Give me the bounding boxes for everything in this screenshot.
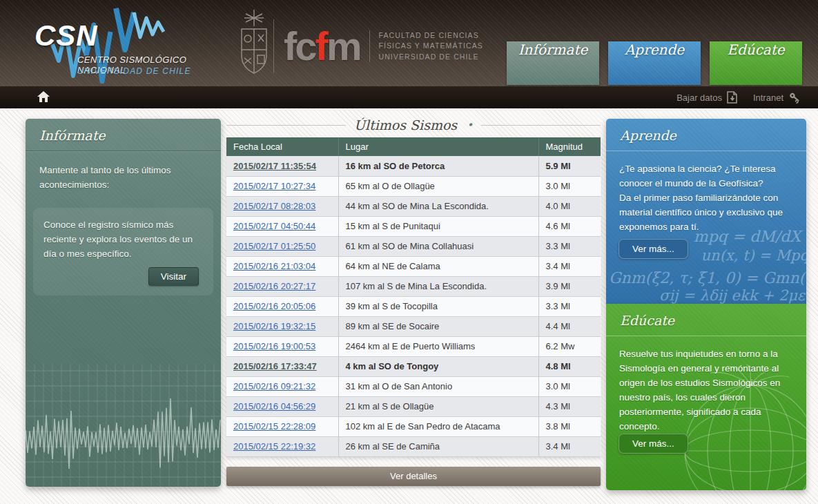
sismo-lugar: 107 km al S de Mina La Escondida. (338, 276, 538, 296)
sismo-magnitud: 3.8 Ml (538, 416, 601, 436)
panel-informate-card-text: Conoce el registro sísmico más reciente … (43, 220, 193, 259)
sismo-magnitud: 4.0 Ml (538, 196, 601, 216)
panel-informate-intro: Mantente al tanto de los últimos acontec… (26, 151, 221, 197)
sismo-fecha-link[interactable]: 2015/02/17 11:35:54 (233, 161, 316, 171)
column-header-magnitud: Magnitud (538, 137, 601, 156)
sismo-magnitud: 3.0 Ml (538, 376, 601, 396)
sismo-lugar: 44 km al SO de Mina La Escondida. (338, 196, 538, 216)
panel-aprende-title: Aprende (606, 119, 806, 151)
sismo-lugar: 65 km al O de Ollagüe (338, 176, 538, 196)
panel-aprende-body: ¿Te apasiona la ciencia? ¿Te interesa co… (606, 151, 806, 235)
seismograph-graphic (26, 364, 221, 487)
sismo-lugar: 2464 km al E de Puerto Williams (338, 336, 538, 356)
sismo-fecha-link[interactable]: 2015/02/16 09:21:32 (233, 381, 315, 391)
university-crest-icon (236, 8, 272, 77)
sismos-table-header-row: Fecha Local Lugar Magnitud (226, 137, 601, 156)
intranet-label: Intranet (753, 93, 783, 103)
sismo-fecha-link[interactable]: 2015/02/16 20:05:06 (233, 301, 315, 311)
sismo-magnitud: 3.4 Ml (538, 256, 601, 276)
home-icon[interactable] (37, 91, 50, 103)
title-rule-left (226, 125, 346, 126)
panel-informate-card: Conoce el registro sísmico más reciente … (33, 208, 213, 295)
sismo-magnitud: 4.6 Ml (538, 216, 601, 236)
sismo-fecha-link[interactable]: 2015/02/16 04:56:29 (233, 401, 315, 411)
bajar-datos-label: Bajar datos (676, 93, 722, 103)
page-title: Últimos Sismos (354, 117, 457, 133)
sismo-magnitud: 3.0 Ml (538, 176, 601, 196)
sismo-row: 2015/02/17 04:50:4415 km al S de Punitaq… (226, 216, 601, 236)
nav-bar: Bajar datos Intranet (0, 86, 818, 108)
sismo-fecha-link[interactable]: 2015/02/16 17:33:47 (233, 361, 317, 371)
sismo-row: 2015/02/16 09:21:3231 km al O de San Ant… (226, 376, 601, 396)
sismo-lugar: 4 km al SO de Tongoy (338, 356, 538, 376)
nav-link-bajar-datos[interactable]: Bajar datos (676, 91, 738, 104)
sismo-magnitud: 3.3 Ml (538, 236, 601, 256)
fcfm-wordmark: fcfm (284, 26, 360, 66)
aprende-ver-mas-button[interactable]: Ver más... (619, 239, 688, 259)
header-button-informate[interactable]: Infórmate (507, 41, 599, 85)
sismo-row: 2015/02/17 08:28:0344 km al SO de Mina L… (226, 196, 601, 216)
sismo-fecha-link[interactable]: 2015/02/16 20:27:17 (233, 281, 315, 291)
panel-aprende: Aprende ¿Te apasiona la ciencia? ¿Te int… (606, 119, 806, 304)
csn-logo[interactable]: CSN CENTRO SISMOLÓGICO NACIONAL UNIVERSI… (28, 4, 235, 84)
sismo-lugar: 15 km al S de Punitaqui (338, 216, 538, 236)
sismo-fecha-link[interactable]: 2015/02/17 04:50:44 (233, 221, 315, 231)
csn-abbr: CSN (35, 19, 98, 52)
sismo-magnitud: 6.2 Mw (538, 336, 601, 356)
sismo-fecha-link[interactable]: 2015/02/16 21:03:04 (233, 261, 315, 271)
sismo-magnitud: 4.8 Ml (538, 356, 601, 376)
sismo-fecha-link[interactable]: 2015/02/17 08:28:03 (233, 201, 315, 211)
title-rule-right (481, 125, 601, 126)
sismo-lugar: 16 km al SO de Petorca (338, 156, 538, 176)
header-button-aprende[interactable]: Aprende (608, 41, 701, 85)
educate-ver-mas-button[interactable]: Ver más... (619, 434, 688, 454)
panel-informate-title: Infórmate (26, 119, 221, 151)
site-header: CSN CENTRO SISMOLÓGICO NACIONAL UNIVERSI… (0, 0, 818, 86)
header-button-educate[interactable]: Edúcate (710, 41, 802, 85)
sismos-table: Fecha Local Lugar Magnitud 2015/02/17 11… (226, 137, 601, 457)
sismo-row: 2015/02/16 04:56:2921 km al S de Ollagüe… (226, 396, 601, 416)
sismo-lugar: 31 km al O de San Antonio (338, 376, 538, 396)
sismo-lugar: 21 km al S de Ollagüe (338, 396, 538, 416)
visitar-button[interactable]: Visitar (148, 267, 199, 286)
sismo-lugar: 39 km al S de Tocopilla (338, 296, 538, 316)
sismo-lugar: 102 km al E de San Pedro de Atacama (338, 416, 538, 436)
sismo-row: 2015/02/16 21:03:0464 km al NE de Calama… (226, 256, 601, 276)
sismo-fecha-link[interactable]: 2015/02/16 19:00:53 (233, 341, 315, 351)
sismos-table-body: 2015/02/17 11:35:5416 km al SO de Petorc… (226, 156, 601, 456)
sismo-row: 2015/02/16 20:27:17107 km al S de Mina L… (226, 276, 601, 296)
nav-link-intranet[interactable]: Intranet (753, 91, 801, 104)
sismo-row: 2015/02/17 01:25:5061 km al SO de Mina C… (226, 236, 601, 256)
sismo-lugar: 61 km al SO de Mina Collahuasi (338, 236, 538, 256)
fcfm-logo[interactable]: fcfm FACULTAD DE CIENCIAS FÍSICAS Y MATE… (273, 19, 483, 73)
sismo-row: 2015/02/16 17:33:474 km al SO de Tongoy4… (226, 356, 601, 376)
panel-educate-title: Edúcate (606, 304, 806, 336)
panel-educate: Edúcate Resuelve tus inquietudes en torn… (606, 304, 806, 490)
sismo-fecha-link[interactable]: 2015/02/15 22:28:09 (233, 421, 315, 432)
formula-text: σij = λδij ekk + 2με (659, 287, 805, 304)
sismo-lugar: 89 km al SE de Socaire (338, 316, 538, 336)
sismo-row: 2015/02/17 11:35:5416 km al SO de Petorc… (226, 156, 601, 176)
fcfm-caption: FACULTAD DE CIENCIAS FÍSICAS Y MATEMÁTIC… (369, 30, 483, 62)
download-doc-icon (727, 91, 738, 104)
sismo-magnitud: 3.4 Ml (538, 436, 601, 456)
sismo-magnitud: 5.9 Ml (538, 156, 601, 176)
sismo-magnitud: 3.3 Ml (538, 296, 601, 316)
sismo-lugar: 26 km al SE de Camiña (338, 436, 538, 456)
sismo-fecha-link[interactable]: 2015/02/16 19:32:15 (233, 321, 315, 331)
sismo-row: 2015/02/16 19:32:1589 km al SE de Socair… (226, 316, 601, 336)
column-header-fecha: Fecha Local (226, 137, 338, 156)
sismo-magnitud: 4.3 Ml (538, 396, 601, 416)
formula-text: Gnm(ξ2, τ; ξ1, 0) = Gmn(ξ1, (609, 269, 806, 287)
title-bullet: • (467, 119, 473, 131)
sismo-row: 2015/02/15 22:19:3226 km al SE de Camiña… (226, 436, 601, 456)
panel-informate: Infórmate Mantente al tanto de los últim… (26, 119, 221, 487)
sismo-magnitud: 4.4 Ml (538, 316, 601, 336)
sismo-fecha-link[interactable]: 2015/02/15 22:19:32 (233, 441, 315, 452)
csn-subtitle-2: UNIVERSIDAD DE CHILE (77, 66, 191, 76)
sismo-row: 2015/02/16 20:05:0639 km al S de Tocopil… (226, 296, 601, 316)
ver-detalles-button[interactable]: Ver detalles (226, 467, 601, 486)
sismo-fecha-link[interactable]: 2015/02/17 01:25:50 (233, 241, 315, 251)
sismo-fecha-link[interactable]: 2015/02/17 10:27:34 (233, 181, 315, 191)
panel-educate-body: Resuelve tus inquietudes en torno a la S… (606, 336, 806, 434)
